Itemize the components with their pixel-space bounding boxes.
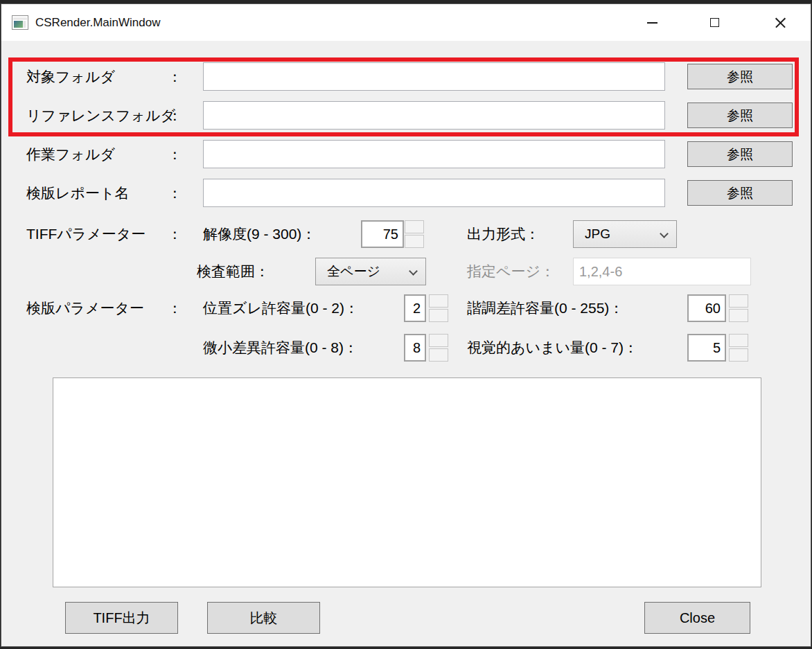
tiff-section-colon: ： [168,224,182,244]
target-folder-input[interactable] [203,62,665,91]
tiff-output-button[interactable]: TIFF出力 [65,602,178,634]
visual-ambiguity-label: 視覚的あいまい量(0 - 7)： [467,338,638,357]
output-format-select[interactable]: JPG [573,220,677,248]
minimize-icon [647,22,657,24]
desktop-background: CSRender.MainWindow 対象フォルダ ： 参照 リファレンスフォ… [0,0,812,649]
output-format-value: JPG [585,226,610,242]
target-folder-browse-button[interactable]: 参照 [687,64,793,89]
titlebar[interactable]: CSRender.MainWindow [1,4,811,41]
kenpan-parameters-row2: 微小差異許容量(0 - 8)： 視覚的あいまい量(0 - 7)： [1,334,811,362]
report-name-row: 検版レポート名 ： 参照 [1,179,811,207]
tone-tolerance-label: 諧調差許容量(0 - 255)： [467,299,624,318]
resolution-spin-down-button[interactable] [405,235,424,248]
compare-button[interactable]: 比較 [207,602,320,634]
work-folder-row: 作業フォルダ ： 参照 [1,140,811,168]
resolution-spin-up-button[interactable] [405,220,424,233]
visual-spin-down-button[interactable] [729,348,748,362]
app-icon-sidebar [24,21,26,28]
minor-diff-tolerance-input[interactable] [404,334,426,362]
visual-spin-up-button[interactable] [729,334,748,347]
maximize-button[interactable] [698,4,731,41]
app-icon-titlebar [13,17,27,19]
log-output-area[interactable] [53,377,761,587]
target-folder-colon: ： [168,67,182,87]
tone-tolerance-input[interactable] [687,294,726,322]
close-icon [775,17,786,28]
report-name-input[interactable] [203,179,665,207]
target-folder-row: 対象フォルダ ： 参照 [1,62,811,91]
output-format-label: 出力形式： [467,224,540,244]
resolution-label: 解像度(9 - 300)： [203,224,316,244]
work-folder-input[interactable] [203,140,665,168]
reference-folder-input[interactable] [203,101,665,130]
minor-diff-spinner [429,334,448,362]
main-window: CSRender.MainWindow 対象フォルダ ： 参照 リファレンスフォ… [1,3,811,647]
work-folder-browse-button[interactable]: 参照 [687,141,793,167]
close-button[interactable]: Close [644,602,750,634]
page-spec-input[interactable] [573,258,751,285]
scan-range-label: 検査範囲： [197,262,270,281]
kenpan-section-colon: ： [168,299,182,318]
minor-spin-up-button[interactable] [429,334,448,347]
position-tolerance-input[interactable] [404,294,426,322]
chevron-down-icon [660,229,669,238]
app-icon [12,15,28,30]
reference-folder-label: リファレンスフォルダ [26,106,175,125]
position-tolerance-label: 位置ズレ許容量(0 - 2)： [203,299,359,318]
position-tolerance-spinner [429,294,448,322]
app-icon-content [14,21,23,28]
report-name-browse-button[interactable]: 参照 [687,180,793,206]
position-spin-down-button[interactable] [429,309,448,322]
reference-folder-browse-button[interactable]: 参照 [687,103,793,128]
tone-spin-down-button[interactable] [729,309,748,322]
report-name-colon: ： [168,184,182,203]
scan-range-row: 検査範囲： 全ページ 指定ページ： [1,258,811,285]
visual-ambiguity-spinner [729,334,748,362]
report-name-label: 検版レポート名 [26,184,129,203]
chevron-down-icon [409,267,418,276]
target-folder-label: 対象フォルダ [26,67,115,87]
minimize-button[interactable] [636,4,669,41]
reference-folder-row: リファレンスフォルダ ： 参照 [1,101,811,130]
resolution-spinner [405,220,424,248]
minor-diff-tolerance-label: 微小差異許容量(0 - 8)： [203,338,358,357]
minor-spin-down-button[interactable] [429,348,448,362]
work-folder-colon: ： [168,145,182,164]
work-folder-label: 作業フォルダ [26,145,115,164]
position-spin-up-button[interactable] [429,294,448,308]
visual-ambiguity-input[interactable] [687,334,726,362]
kenpan-section-label: 検版パラメーター [26,299,144,318]
tiff-section-label: TIFFパラメーター [26,224,145,244]
page-spec-label: 指定ページ： [467,262,555,281]
scan-range-select[interactable]: 全ページ [315,258,426,285]
reference-folder-colon: ： [168,106,182,125]
tone-spin-up-button[interactable] [729,294,748,308]
resolution-input[interactable] [361,220,404,248]
close-window-button[interactable] [763,4,797,41]
scan-range-value: 全ページ [327,263,380,281]
kenpan-parameters-row: 検版パラメーター ： 位置ズレ許容量(0 - 2)： 諧調差許容量(0 - 25… [1,294,811,322]
maximize-icon [710,18,719,27]
tone-tolerance-spinner [729,294,748,322]
tiff-parameters-row: TIFFパラメーター ： 解像度(9 - 300)： 出力形式： JPG [1,220,811,248]
window-title: CSRender.MainWindow [35,4,160,41]
